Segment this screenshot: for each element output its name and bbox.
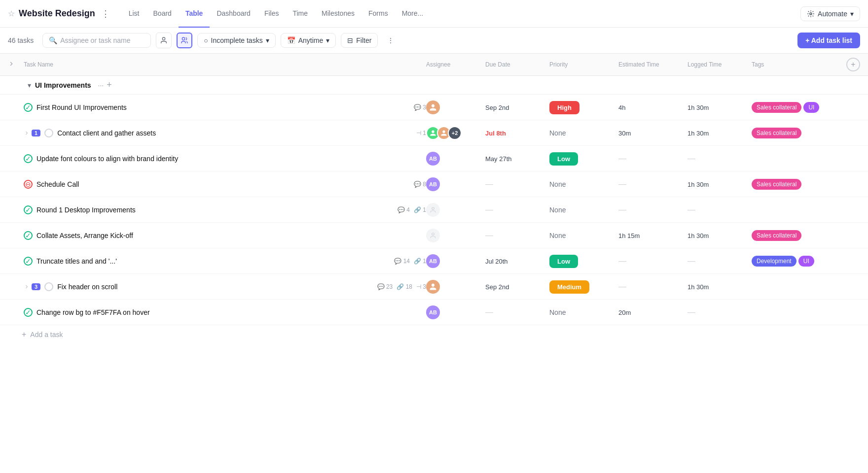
task-row[interactable]: ✓ Update font colours to align with bran…: [0, 146, 868, 171]
tags: Sales collateral: [752, 230, 840, 241]
logged-time-cell: 1h 30m: [687, 103, 752, 111]
task-row[interactable]: ✓ Truncate titles and and '...' 💬 14 🔗 1…: [0, 248, 868, 274]
toolbar-more-button[interactable]: ⋮: [383, 33, 398, 48]
incomplete-tasks-dropdown[interactable]: ○ Incomplete tasks ▾: [197, 33, 276, 48]
task-check[interactable]: [44, 129, 53, 137]
tags: Sales collateral: [752, 128, 840, 138]
estimated-time-cell: 4h: [618, 103, 687, 111]
estimated-time-cell: —: [618, 205, 687, 214]
filter-button[interactable]: ⊟ Filter: [341, 33, 378, 48]
tab-table[interactable]: Table: [179, 0, 210, 28]
nav-tabs: List Board Table Dashboard Files Time Mi…: [122, 0, 796, 28]
priority-badge: Low: [549, 255, 578, 268]
group-filter-button[interactable]: [177, 33, 192, 48]
automate-button[interactable]: Automate ▾: [800, 6, 860, 21]
subtask-badge: 1: [32, 130, 40, 136]
search-placeholder: Assignee or task name: [60, 36, 130, 44]
task-row[interactable]: ✓ Change row bg to #F5F7FA on hover AB —…: [0, 300, 868, 325]
add-column-button[interactable]: +: [846, 58, 860, 71]
task-check[interactable]: ✓: [24, 257, 33, 266]
task-check[interactable]: ✓: [24, 103, 33, 112]
tab-forms[interactable]: Forms: [362, 0, 395, 28]
tags: Sales collateral UI: [752, 102, 840, 113]
avatar: [426, 280, 440, 294]
assignee-cell: [426, 280, 485, 294]
tab-board[interactable]: Board: [146, 0, 179, 28]
add-task-list-button[interactable]: + Add task list: [797, 33, 860, 48]
estimated-time-dash: —: [618, 257, 626, 265]
group-collapse-icon[interactable]: ▾: [28, 81, 31, 89]
column-headers: Task Name Assignee Due Date Priority Est…: [0, 54, 868, 76]
priority-cell: None: [549, 180, 618, 188]
attachment-icon: 🔗 18: [397, 283, 412, 290]
estimated-time-cell: —: [618, 180, 687, 189]
tab-dashboard[interactable]: Dashboard: [210, 0, 257, 28]
col-header-priority: Priority: [549, 61, 618, 68]
task-name: Change row bg to #F5F7FA on hover: [36, 308, 426, 316]
estimated-time-value: 4h: [618, 104, 625, 111]
group-menu-icon[interactable]: ···: [98, 81, 104, 89]
subtask-expand[interactable]: 3: [24, 283, 40, 290]
logged-time-cell: —: [687, 154, 752, 163]
task-row[interactable]: ✓ Collate Assets, Arrange Kick-off — Non…: [0, 223, 868, 248]
subtask-expand[interactable]: 1: [24, 130, 40, 136]
priority-badge: Low: [549, 152, 578, 166]
group-add-task-icon[interactable]: +: [107, 80, 112, 90]
subtask-icon: ⊣ 1: [416, 130, 426, 136]
task-row[interactable]: 1 Contact client and gather assets ⊣ 1 +…: [0, 120, 868, 146]
task-check[interactable]: ✓: [24, 308, 33, 317]
tab-milestones[interactable]: Milestones: [315, 0, 362, 28]
task-row[interactable]: ⊖ Schedule Call 💬 8 AB — None — 1h 30m S…: [0, 171, 868, 197]
task-count: 46 tasks: [8, 36, 34, 44]
assignee-filter-button[interactable]: [156, 33, 172, 48]
tag-sales-collateral: Sales collateral: [752, 128, 801, 138]
task-check[interactable]: [44, 282, 53, 291]
estimated-time-dash: —: [618, 205, 626, 214]
due-date-cell: May 27th: [485, 155, 549, 163]
due-date-cell: —: [485, 180, 549, 189]
task-check[interactable]: ⊖: [24, 180, 33, 189]
table-container: Task Name Assignee Due Date Priority Est…: [0, 54, 868, 344]
logged-time-value: 1h 30m: [687, 232, 709, 239]
estimated-time-cell: —: [618, 282, 687, 291]
assignee-cell: [426, 203, 485, 217]
tag-sales-collateral: Sales collateral: [752, 230, 801, 241]
tab-list[interactable]: List: [122, 0, 146, 28]
top-nav: ☆ Website Redesign ⋮ List Board Table Da…: [0, 0, 868, 28]
avatar: AB: [426, 177, 440, 191]
priority-cell: Low: [549, 155, 618, 163]
search-box[interactable]: 🔍 Assignee or task name: [42, 33, 151, 48]
calendar-icon: 📅: [287, 36, 295, 44]
priority-cell: None: [549, 206, 618, 214]
priority-value: None: [549, 206, 566, 214]
tab-more[interactable]: More...: [395, 0, 431, 28]
task-row[interactable]: 3 Fix header on scroll 💬 23 🔗 18 ⊣ 3 Sep…: [0, 274, 868, 300]
avatar-group: +2: [426, 126, 485, 140]
project-menu-icon[interactable]: ⋮: [101, 8, 110, 19]
priority-value: None: [549, 308, 566, 316]
tab-time[interactable]: Time: [286, 0, 315, 28]
tab-files[interactable]: Files: [257, 0, 286, 28]
task-check[interactable]: ✓: [24, 231, 33, 240]
task-name-cell: ✓ First Round UI Improvements 💬 3: [24, 103, 426, 112]
priority-cell: High: [549, 103, 618, 111]
assignee-cell: [426, 229, 485, 242]
star-icon[interactable]: ☆: [8, 9, 15, 18]
task-check[interactable]: ✓: [24, 205, 33, 214]
due-date-value: May 27th: [485, 155, 511, 163]
tag-sales-collateral: Sales collateral: [752, 102, 801, 113]
task-row[interactable]: ✓ First Round UI Improvements 💬 3 Sep 2n…: [0, 95, 868, 120]
circle-icon: ○: [204, 36, 208, 44]
priority-cell: Medium: [549, 283, 618, 291]
assignee-cell: [426, 101, 485, 114]
logged-time-value: 1h 30m: [687, 181, 709, 188]
task-row[interactable]: ✓ Round 1 Desktop Improvements 💬 4 🔗 1 —…: [0, 197, 868, 223]
add-task-row[interactable]: + Add a task: [0, 325, 868, 344]
automate-chevron-icon: ▾: [850, 10, 854, 18]
task-check[interactable]: ✓: [24, 154, 33, 163]
estimated-time-dash: —: [618, 282, 626, 291]
anytime-dropdown[interactable]: 📅 Anytime ▾: [281, 33, 336, 48]
tag-sales-collateral: Sales collateral: [752, 179, 801, 190]
collapse-all-icon[interactable]: [8, 61, 15, 69]
comment-icon: 💬 4: [398, 206, 410, 213]
